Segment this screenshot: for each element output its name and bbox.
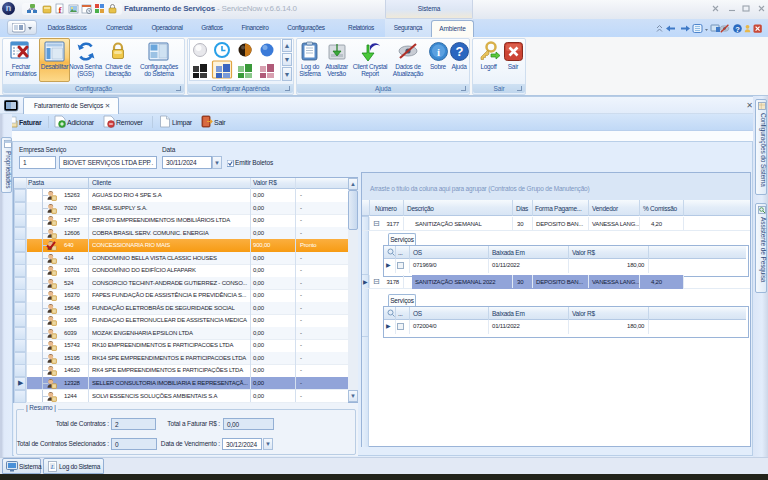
svg-text:?: ? bbox=[456, 44, 464, 59]
svg-text:i: i bbox=[437, 46, 440, 58]
svg-text:L: L bbox=[50, 463, 55, 471]
svg-text:?: ? bbox=[735, 25, 740, 34]
